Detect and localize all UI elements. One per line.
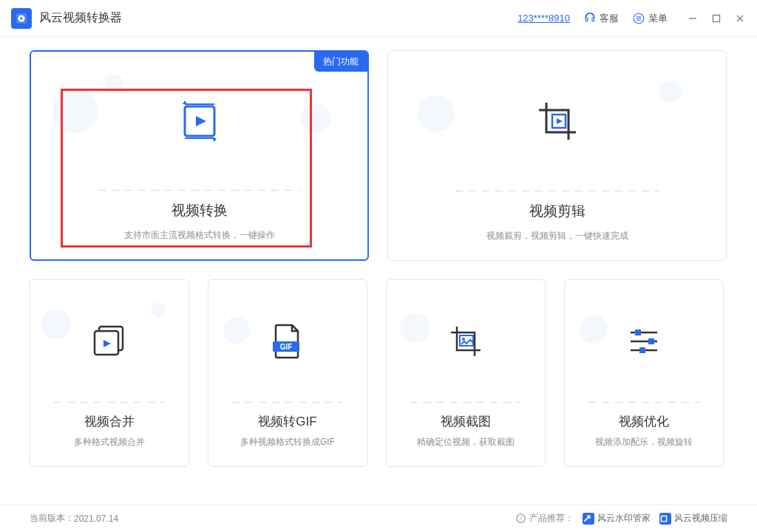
card-title: 视频转换 bbox=[172, 201, 228, 220]
recommend-label: 产品推荐： bbox=[529, 512, 574, 525]
card-video-edit[interactable]: 视频剪辑 视频裁剪，视频剪辑，一键快速完成 bbox=[387, 50, 727, 261]
watermark-icon bbox=[583, 513, 594, 525]
card-desc: 视频添加配乐，视频旋转 bbox=[588, 436, 700, 449]
card-title: 视频剪辑 bbox=[529, 202, 585, 221]
card-video-gif[interactable]: GIF 视频转GIF 多种视频格式转换成GIF bbox=[208, 279, 367, 467]
svg-rect-3 bbox=[713, 15, 720, 21]
compress-icon bbox=[659, 513, 671, 525]
user-id-link[interactable]: 123****8910 bbox=[517, 13, 570, 24]
card-desc: 视频裁剪，视频剪辑，一键快速完成 bbox=[479, 230, 636, 242]
footer: 当前版本： 2021.07.14 ? 产品推荐： 风云水印管家 风云视频压缩 bbox=[0, 504, 757, 532]
close-button[interactable] bbox=[734, 13, 746, 24]
card-desc: 多种格式视频合并 bbox=[67, 436, 152, 449]
minimize-button[interactable] bbox=[687, 13, 699, 24]
titlebar: 风云视频转换器 123****8910 客服 菜单 bbox=[0, 0, 757, 37]
recommend-watermark[interactable]: 风云水印管家 bbox=[583, 512, 651, 525]
card-video-merge[interactable]: 视频合并 多种格式视频合并 bbox=[30, 279, 189, 467]
support-button[interactable]: 客服 bbox=[583, 12, 619, 25]
card-desc: 精确定位视频，获取截图 bbox=[410, 436, 522, 449]
window-controls bbox=[687, 13, 746, 24]
headset-icon bbox=[583, 12, 597, 25]
main-content: 热门功能 视频转换 支持市面主流视频格式转换，一键操作 视频剪辑 视频裁剪，视频… bbox=[0, 37, 757, 467]
menu-icon bbox=[632, 12, 645, 25]
card-video-convert[interactable]: 热门功能 视频转换 支持市面主流视频格式转换，一键操作 bbox=[30, 50, 369, 261]
maximize-button[interactable] bbox=[710, 13, 722, 24]
card-title: 视频优化 bbox=[619, 413, 669, 430]
card-desc: 多种视频格式转换成GIF bbox=[233, 436, 342, 449]
card-title: 视频截图 bbox=[441, 413, 491, 430]
card-video-screenshot[interactable]: 视频截图 精确定位视频，获取截图 bbox=[386, 279, 546, 467]
card-title: 视频转GIF bbox=[258, 413, 316, 430]
version-label: 当前版本： bbox=[30, 512, 74, 525]
app-logo-icon bbox=[11, 8, 32, 29]
recommend-compress[interactable]: 风云视频压缩 bbox=[659, 512, 727, 525]
card-video-optimize[interactable]: 视频优化 视频添加配乐，视频旋转 bbox=[564, 279, 724, 467]
card-title: 视频合并 bbox=[84, 413, 135, 430]
svg-text:?: ? bbox=[519, 515, 522, 522]
help-icon[interactable]: ? bbox=[515, 513, 526, 524]
menu-button[interactable]: 菜单 bbox=[632, 12, 668, 25]
svg-rect-17 bbox=[661, 516, 666, 521]
card-desc: 支持市面主流视频格式转换，一键操作 bbox=[117, 229, 282, 242]
version-value: 2021.07.14 bbox=[74, 514, 118, 524]
app-title: 风云视频转换器 bbox=[39, 10, 122, 26]
